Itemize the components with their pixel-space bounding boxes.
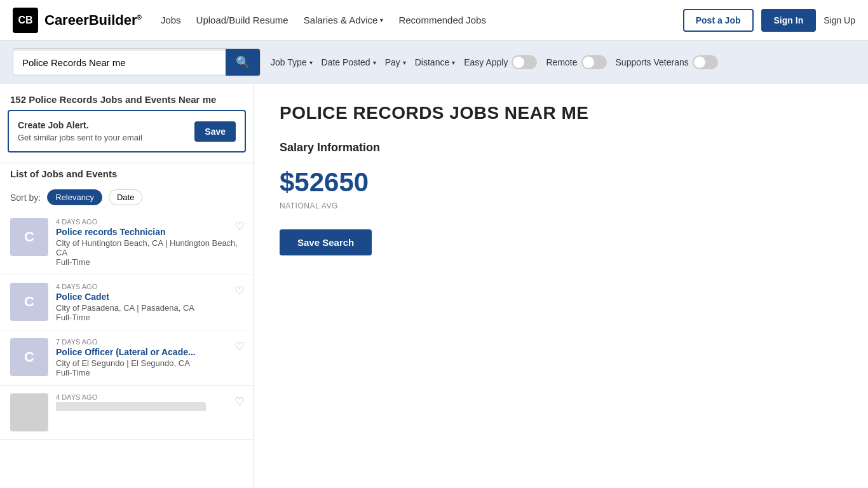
job-type: Full-Time <box>56 368 243 377</box>
job-company: City of Pasadena, CA | Pasadena, CA <box>56 303 243 313</box>
search-icon: 🔍 <box>236 56 250 69</box>
job-type-filter[interactable]: Job Type ▾ <box>271 57 313 67</box>
job-title <box>56 402 206 411</box>
company-logo: C <box>10 283 48 321</box>
chevron-down-icon: ▾ <box>403 59 406 66</box>
search-bar: 🔍 Job Type ▾ Date Posted ▾ Pay ▾ Distanc… <box>0 41 868 84</box>
post-job-button[interactable]: Post a Job <box>683 9 754 32</box>
favorite-icon[interactable]: ♡ <box>234 339 245 353</box>
logo-icon: CB <box>13 8 38 33</box>
job-alert-text: Create Job Alert. Get similar jobs sent … <box>18 120 142 142</box>
header-actions: Post a Job Sign In Sign Up <box>683 9 855 32</box>
company-logo: C <box>10 338 48 376</box>
save-alert-button[interactable]: Save <box>194 121 236 142</box>
job-info: 4 days ago Police records Technician Cit… <box>56 218 243 267</box>
job-info: 7 days ago Police Officer (Lateral or Ac… <box>56 338 243 377</box>
job-type: Full-Time <box>56 313 243 322</box>
main-layout: 152 Police Records Jobs and Events Near … <box>0 84 868 488</box>
sidebar: 152 Police Records Jobs and Events Near … <box>0 84 254 488</box>
job-info: 4 days ago Police Cadet City of Pasadena… <box>56 283 243 322</box>
sign-up-button[interactable]: Sign Up <box>824 15 855 25</box>
logo-text: CareerBuilder® <box>44 12 142 29</box>
results-count: 152 Police Records Jobs and Events Near … <box>0 84 254 110</box>
distance-filter[interactable]: Distance ▾ <box>415 57 455 67</box>
job-alert-box: Create Job Alert. Get similar jobs sent … <box>8 110 246 152</box>
filter-row: Job Type ▾ Date Posted ▾ Pay ▾ Distance … <box>271 55 718 69</box>
easy-apply-toggle[interactable] <box>512 55 537 69</box>
company-logo <box>10 393 48 431</box>
save-search-button[interactable]: Save Search <box>280 229 372 255</box>
job-type: Full-Time <box>56 257 243 267</box>
job-card[interactable]: C 4 days ago Police Cadet City of Pasade… <box>0 275 254 330</box>
job-company: City of Huntington Beach, CA | Huntingto… <box>56 238 243 257</box>
supports-veterans-toggle[interactable] <box>693 55 718 69</box>
sort-label: Sort by: <box>10 193 41 203</box>
nav-upload-resume[interactable]: Upload/Build Resume <box>196 15 288 25</box>
date-posted-filter[interactable]: Date Posted ▾ <box>322 57 376 67</box>
job-card[interactable]: 4 days ago ♡ <box>0 386 254 440</box>
salary-section-title: Salary Information <box>280 141 843 154</box>
search-input-wrap: 🔍 <box>13 48 261 76</box>
easy-apply-toggle-wrap: Easy Apply <box>464 55 537 69</box>
sort-relevancy-button[interactable]: Relevancy <box>47 189 102 205</box>
salary-amount: $52650 <box>280 167 843 198</box>
main-nav: Jobs Upload/Build Resume Salaries & Advi… <box>161 15 664 25</box>
job-date: 4 days ago <box>56 218 243 226</box>
job-title: Police Officer (Lateral or Acade... <box>56 347 243 357</box>
job-alert-title: Create Job Alert. <box>18 120 142 130</box>
nav-jobs[interactable]: Jobs <box>161 15 181 25</box>
supports-veterans-toggle-wrap: Supports Veterans <box>616 55 718 69</box>
favorite-icon[interactable]: ♡ <box>234 395 245 409</box>
list-header: List of Jobs and Events <box>0 163 254 184</box>
pay-filter[interactable]: Pay ▾ <box>385 57 406 67</box>
main-content: POLICE RECORDS JOBS NEAR ME Salary Infor… <box>254 84 868 488</box>
nav-salaries-advice[interactable]: Salaries & Advice ▾ <box>304 15 384 25</box>
job-alert-description: Get similar jobs sent to your email <box>18 133 142 142</box>
remote-toggle[interactable] <box>581 55 607 69</box>
job-info: 4 days ago <box>56 393 243 412</box>
job-card[interactable]: C 4 days ago Police records Technician C… <box>0 210 254 275</box>
chevron-down-icon: ▾ <box>380 17 383 24</box>
chevron-down-icon: ▾ <box>373 59 376 66</box>
nav-recommended-jobs[interactable]: Recommended Jobs <box>398 15 486 25</box>
remote-toggle-wrap: Remote <box>546 55 606 69</box>
favorite-icon[interactable]: ♡ <box>234 284 245 298</box>
search-button[interactable]: 🔍 <box>226 49 260 76</box>
search-input[interactable] <box>13 51 226 74</box>
job-title: Police Cadet <box>56 292 243 302</box>
job-date: 4 days ago <box>56 283 243 290</box>
sort-date-button[interactable]: Date <box>109 189 142 205</box>
favorite-icon[interactable]: ♡ <box>234 219 245 233</box>
header: CB CareerBuilder® Jobs Upload/Build Resu… <box>0 0 868 41</box>
page-title: POLICE RECORDS JOBS NEAR ME <box>280 103 843 123</box>
job-date: 7 days ago <box>56 338 243 346</box>
chevron-down-icon: ▾ <box>309 59 313 66</box>
logo[interactable]: CB CareerBuilder® <box>13 8 142 33</box>
job-card[interactable]: C 7 days ago Police Officer (Lateral or … <box>0 330 254 386</box>
job-company: City of El Segundo | El Segundo, CA <box>56 358 243 368</box>
sign-in-button[interactable]: Sign In <box>761 9 817 32</box>
sort-row: Sort by: Relevancy Date <box>0 184 254 210</box>
company-logo: C <box>10 218 48 256</box>
job-title: Police records Technician <box>56 227 243 237</box>
national-avg-label: NATIONAL AVG. <box>280 201 843 210</box>
chevron-down-icon: ▾ <box>452 59 455 66</box>
job-date: 4 days ago <box>56 393 243 401</box>
